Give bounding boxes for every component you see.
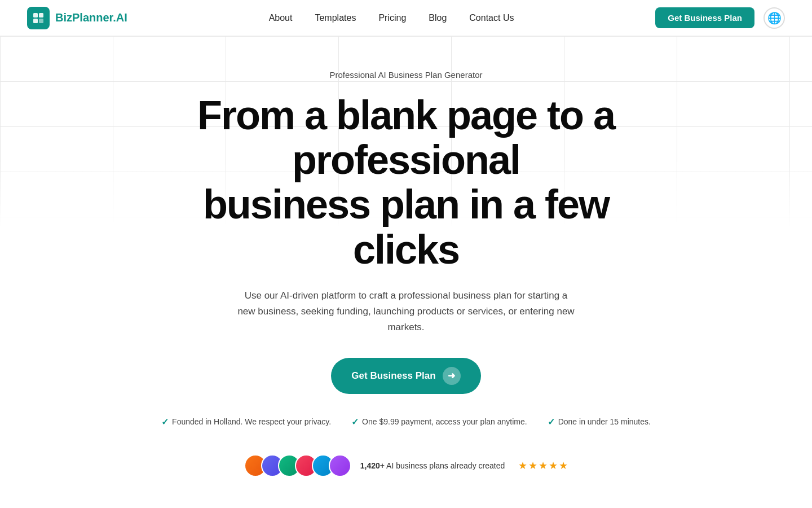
nav-links: About Templates Pricing Blog Contact Us	[269, 13, 514, 23]
trust-item-0: ✓ Founded in Holland. We respect your pr…	[161, 417, 331, 427]
avatar	[329, 454, 351, 477]
star-icon: ★	[528, 459, 537, 472]
trust-item-1: ✓ One $9.99 payment, access your plan an…	[351, 417, 527, 427]
logo[interactable]: BizPlanner.AI	[27, 7, 127, 29]
globe-icon: 🌐	[767, 11, 782, 25]
svg-rect-1	[39, 13, 43, 17]
sidebar-item-about[interactable]: About	[269, 13, 293, 23]
cta-arrow-icon: ➜	[443, 367, 461, 385]
social-proof: 1,420+ AI business plans already created…	[11, 454, 801, 477]
hero-section: Professional AI Business Plan Generator …	[0, 36, 812, 508]
sidebar-item-blog[interactable]: Blog	[429, 13, 447, 23]
trust-item-2: ✓ Done in under 15 minutes.	[548, 417, 651, 427]
check-icon-2: ✓	[548, 417, 555, 427]
hero-cta-button[interactable]: Get Business Plan ➜	[331, 358, 480, 394]
star-icon: ★	[518, 459, 527, 472]
logo-text: BizPlanner.AI	[55, 11, 127, 24]
check-icon-1: ✓	[351, 417, 359, 427]
svg-rect-3	[39, 19, 43, 23]
hero-description: Use our AI-driven platform to craft a pr…	[237, 288, 575, 335]
trust-row: ✓ Founded in Holland. We respect your pr…	[11, 417, 801, 427]
sidebar-item-pricing[interactable]: Pricing	[378, 13, 406, 23]
star-icon: ★	[549, 459, 558, 472]
avatar-stack	[244, 454, 351, 477]
svg-rect-2	[33, 19, 38, 23]
logo-icon	[27, 7, 50, 29]
star-icon-half: ★	[559, 459, 568, 472]
check-icon-0: ✓	[161, 417, 169, 427]
social-proof-text: 1,420+ AI business plans already created	[360, 461, 505, 470]
hero-title: From a blank page to a professional busi…	[152, 93, 660, 272]
sidebar-item-templates[interactable]: Templates	[315, 13, 356, 23]
nav-right: Get Business Plan 🌐	[655, 7, 785, 29]
nav-cta-button[interactable]: Get Business Plan	[655, 7, 754, 28]
svg-rect-0	[33, 13, 38, 17]
navbar: BizPlanner.AI About Templates Pricing Bl…	[0, 0, 812, 36]
sidebar-item-contact[interactable]: Contact Us	[469, 13, 514, 23]
star-rating: ★ ★ ★ ★ ★	[518, 459, 568, 472]
star-icon: ★	[539, 459, 548, 472]
language-button[interactable]: 🌐	[764, 7, 785, 29]
main-content: Professional AI Business Plan Generator …	[0, 36, 812, 508]
hero-subtitle: Professional AI Business Plan Generator	[11, 70, 801, 80]
